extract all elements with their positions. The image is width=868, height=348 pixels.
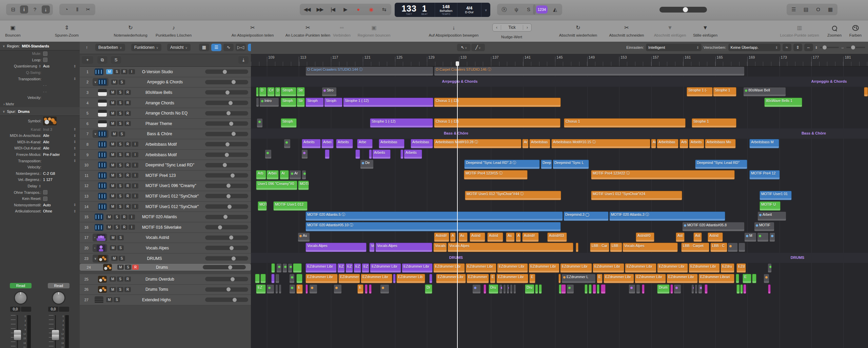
region[interactable]: Chorus 1 (-12) [434,98,561,107]
region[interactable] [275,274,279,283]
track-row-10[interactable]: 10MSRIDeepmind "Sync Lead RD" [80,160,251,170]
region[interactable] [289,284,295,294]
toolbar-item-move[interactable]: ↓Auf Abspielposition bewegen [429,23,478,37]
track-field-row-8[interactable]: Notenbegrenz.:C-2 G8 [0,170,80,177]
stepper-icon[interactable]: ⇕ [74,203,76,207]
mute-button[interactable]: M [110,193,116,199]
track-volume-slider[interactable] [205,80,248,84]
track-icon-area[interactable]: › [89,244,107,252]
track-field-row-2[interactable]: MIDI-In-Anschluss:Alle⇕ [0,132,80,139]
region[interactable]: MOTIF [754,222,774,231]
track-field-value[interactable]: Ohne [43,209,52,213]
horizontal-zoom-slider[interactable] [846,47,865,48]
chevron-right-icon[interactable]: › [94,246,95,250]
track-volume-knob[interactable] [228,265,232,269]
track-name[interactable]: Arrange Chords [145,101,205,105]
nudge-value[interactable]: Tick [501,25,523,30]
master-volume-slider[interactable] [659,7,707,13]
track-volume-knob[interactable] [225,90,230,95]
track-volume-slider[interactable] [205,152,248,157]
region[interactable]: Astrid [470,232,485,242]
region[interactable]: Arbeitsbass Motif#10.28 ⓘ [434,139,521,148]
region-field-row-5[interactable]: - - [0,82,80,88]
region[interactable]: Arbeit [757,211,786,221]
track-field-row-1[interactable]: Kanal:Inst 3⇕ [0,126,80,132]
region[interactable]: Ar [522,139,529,148]
input-monitor-button[interactable]: I [132,183,138,188]
region[interactable]: EZdrummer Libr [529,263,559,273]
region[interactable] [561,284,566,294]
region[interactable] [472,284,481,294]
region[interactable]: Arbeits [302,139,321,148]
region[interactable]: D [259,87,267,97]
region[interactable]: Stro [322,87,337,97]
track-inspector-header[interactable]: ∨ Spur: Drums [0,107,80,116]
region[interactable] [255,274,260,283]
region[interactable]: EZ [337,263,345,273]
region[interactable]: LBB - Carpet [681,243,709,252]
region[interactable]: Arbeitsbas [529,139,550,148]
bar-ruler[interactable]: 1091131171211251291331371411451491531571… [251,54,868,66]
track-icon-area[interactable] [89,213,103,220]
region[interactable] [864,87,868,97]
solo-button[interactable]: S [117,245,124,250]
region[interactable] [510,284,513,294]
track-row-15[interactable]: 15MSRIMOTIF 020 Atlantis [80,212,251,222]
toolbar-item-split[interactable]: ✂An Locator-Punkten teilen [285,23,330,37]
solo-button[interactable]: S [114,225,120,230]
region[interactable]: MOTIF User1 012 [273,201,308,211]
region[interactable]: EZdrummer Libr [667,274,698,283]
track-field-row-14[interactable]: Artikulationsset:Ohne⇕ [0,208,80,214]
region[interactable] [429,274,432,283]
solo-button[interactable]: S [119,256,125,261]
region[interactable] [257,118,263,128]
track-field-row-10[interactable]: Delay⇕ [0,183,80,189]
track-field-value[interactable]: 1 127 [43,178,53,182]
region[interactable]: Arbeits [336,139,353,148]
track-icon-area[interactable] [94,264,112,271]
media-browser-icon[interactable]: ▦ [826,5,834,14]
region[interactable] [736,274,739,283]
region[interactable] [380,284,389,294]
region[interactable]: Vocals Alpes [305,243,367,252]
region[interactable] [365,284,368,294]
record-enable-button[interactable]: R [124,142,131,147]
record-enable-button[interactable]: R [121,225,127,230]
region[interactable]: Dru [525,284,534,294]
pointer-tool-button[interactable]: ↖ ∨ [457,44,471,51]
stepper-icon[interactable]: ⇕ [74,64,76,68]
vertical-zoom-slider[interactable] [820,47,839,48]
stepper-icon[interactable]: ⇕ [74,209,76,213]
track-name[interactable]: MOTIF Pre4 123 [145,173,205,178]
track-volume-slider[interactable] [205,225,248,229]
region[interactable] [276,263,282,273]
region[interactable]: EZdrummer [467,274,489,283]
region[interactable] [293,263,302,273]
region[interactable] [576,243,578,252]
solo-button[interactable]: S [117,183,123,188]
volume-fader[interactable]: 03691215182124303540455060 [8,315,33,348]
play-button[interactable]: ▶ [341,5,350,14]
track-row-6[interactable]: 6MSRPhaser Theme [80,119,251,129]
track-row-24[interactable]: 24MSRDrums [80,264,251,271]
region-field-row-0[interactable]: Mute: [0,50,80,57]
region[interactable]: EZdrummer Libr [402,263,433,273]
stop-go-to-start-button[interactable]: |◀ [329,5,337,14]
mute-button[interactable]: M [110,277,116,282]
track-row-1[interactable]: 1MSRIO-Version Studio [80,67,251,77]
region[interactable] [275,284,278,294]
region[interactable]: Chorus 1 (-12) [434,118,560,128]
region[interactable]: Strophe 1 (-12) [343,98,433,107]
record-enable-button[interactable]: R [124,121,131,126]
volume-value[interactable]: 0,0 [48,307,58,312]
region[interactable] [296,274,302,283]
region[interactable]: Intro [259,98,279,107]
region[interactable] [305,284,308,294]
solo-button[interactable]: S [117,90,123,95]
region-field-value[interactable]: Aus [43,64,50,68]
mute-button[interactable]: M [110,245,116,250]
region[interactable] [271,263,275,273]
region[interactable] [736,284,740,294]
track-field-row-5[interactable]: Freeze-Modus:Pre-Fader⇕ [0,151,80,158]
region[interactable]: M [744,232,756,242]
